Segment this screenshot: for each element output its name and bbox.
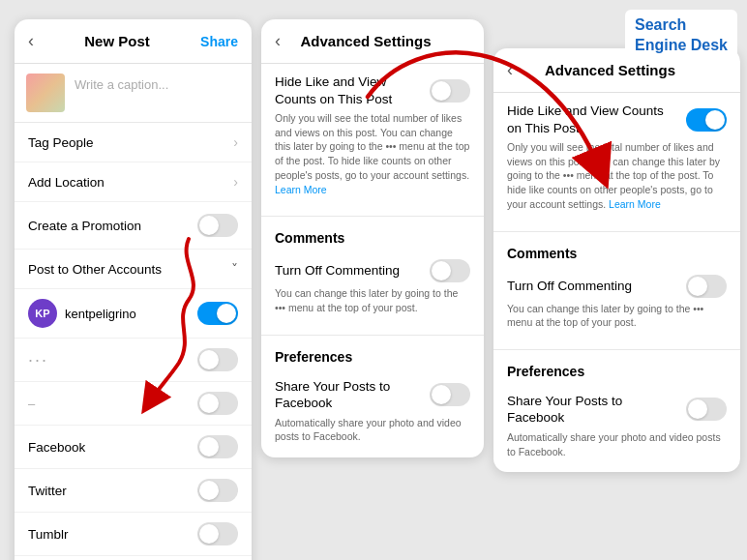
share-facebook-desc-right: Automatically share your photo and video… (507, 430, 727, 458)
panel1-header: ‹ New Post Share (15, 19, 252, 64)
username-label: kentpeligrino (65, 307, 136, 321)
share-facebook-desc: Automatically share your photo and video… (275, 416, 470, 444)
caption-area: Write a caption... (15, 64, 252, 123)
turn-off-commenting-section-right: Turn Off Commenting You can change this … (493, 265, 740, 343)
dash-toggle[interactable] (197, 392, 238, 415)
hide-like-section: Hide Like and View Counts on This Post O… (261, 64, 484, 210)
chevron-down-icon: ˅ (231, 261, 238, 277)
tumblr-toggle[interactable] (197, 522, 238, 545)
social-row-dash: – (15, 382, 252, 426)
back-button-p1[interactable]: ‹ (28, 31, 34, 51)
share-facebook-row-right: Share Your Posts to Facebook (507, 393, 727, 427)
hide-like-title: Hide Like and View Counts on This Post (275, 74, 430, 107)
watermark-line2: Engine Desk (635, 37, 728, 53)
commenting-title: Turn Off Commenting (275, 262, 430, 280)
chevron-right-icon2: › (233, 174, 238, 190)
comments-section-title-right: Comments (493, 238, 740, 265)
learn-more-link-right[interactable]: Learn More (609, 198, 661, 210)
share-facebook-toggle-right[interactable] (686, 398, 727, 421)
preferences-section-title-right: Preferences (493, 356, 740, 383)
commenting-title-right: Turn Off Commenting (507, 278, 686, 295)
dot1-toggle[interactable] (197, 348, 238, 371)
advanced-settings-panel-left: ‹ Advanced Settings Hide Like and View C… (261, 19, 484, 457)
facebook-row[interactable]: Facebook (15, 426, 252, 469)
panel2-title: Advanced Settings (300, 33, 431, 49)
new-post-panel: ‹ New Post Share Write a caption... Tag … (15, 19, 252, 560)
divider1 (261, 216, 484, 217)
commenting-desc: You can change this later by going to th… (275, 286, 470, 314)
preferences-section-title: Preferences (261, 341, 484, 368)
learn-more-link[interactable]: Learn More (275, 184, 327, 195)
turn-off-commenting-section: Turn Off Commenting You can change this … (261, 250, 484, 328)
advanced-settings-link[interactable]: Advanced Settings › (15, 556, 252, 560)
hide-like-row-right: Hide Like and View Counts on This Post (507, 103, 727, 136)
divider4 (493, 349, 740, 350)
facebook-toggle[interactable] (197, 435, 238, 458)
post-thumbnail (26, 74, 65, 112)
divider3 (493, 231, 740, 232)
social-row-dot1: ··· (15, 339, 252, 382)
twitter-toggle[interactable] (197, 479, 238, 502)
commenting-toggle-right[interactable] (686, 275, 727, 298)
panel1-title: New Post (84, 33, 150, 49)
commenting-row: Turn Off Commenting (275, 259, 470, 282)
share-facebook-section: Share Your Posts to Facebook Automatical… (261, 368, 484, 457)
avatar: KP (28, 299, 57, 328)
twitter-label: Twitter (28, 484, 67, 498)
advanced-settings-panel-right: ‹ Advanced Settings Hide Like and View C… (493, 48, 740, 472)
share-button[interactable]: Share (200, 34, 238, 49)
divider2 (261, 335, 484, 336)
hide-like-row: Hide Like and View Counts on This Post (275, 74, 470, 107)
post-other-row[interactable]: Post to Other Accounts ˅ (15, 250, 252, 289)
commenting-desc-right: You can change this later by going to th… (507, 302, 727, 330)
promotion-toggle[interactable] (197, 214, 238, 237)
twitter-row[interactable]: Twitter (15, 469, 252, 513)
hide-like-desc-right: Only you will see the total number of li… (507, 140, 727, 211)
tumblr-label: Tumblr (28, 527, 69, 542)
watermark-line1: Search (635, 16, 686, 33)
chevron-right-icon: › (233, 134, 238, 150)
hide-like-toggle-right[interactable] (686, 108, 727, 132)
share-facebook-section-right: Share Your Posts to Facebook Automatical… (493, 383, 740, 472)
commenting-row-right: Turn Off Commenting (507, 275, 727, 298)
account-info: KP kentpeligrino (28, 299, 136, 328)
panel3-title: Advanced Settings (545, 62, 675, 78)
comments-section-title: Comments (261, 222, 484, 250)
tumblr-row[interactable]: Tumblr (15, 513, 252, 556)
create-promotion-row[interactable]: Create a Promotion (15, 202, 252, 250)
caption-input[interactable]: Write a caption... (75, 74, 168, 92)
panel2-header: ‹ Advanced Settings (261, 19, 484, 64)
back-button-p2[interactable]: ‹ (275, 31, 281, 51)
watermark: Search Engine Desk (625, 10, 737, 62)
hide-like-desc: Only you will see the total number of li… (275, 111, 470, 196)
share-facebook-toggle-left[interactable] (430, 383, 470, 406)
account-row: KP kentpeligrino (15, 289, 252, 339)
facebook-label: Facebook (28, 440, 85, 455)
commenting-toggle-left[interactable] (430, 259, 470, 282)
hide-like-title-right: Hide Like and View Counts on This Post (507, 103, 686, 136)
add-location-row[interactable]: Add Location › (15, 162, 252, 202)
back-button-p3[interactable]: ‹ (507, 60, 513, 80)
hide-like-section-right: Hide Like and View Counts on This Post O… (493, 93, 740, 225)
share-facebook-row: Share Your Posts to Facebook (275, 378, 470, 412)
hide-like-toggle-left[interactable] (430, 79, 470, 103)
tag-people-row[interactable]: Tag People › (15, 123, 252, 162)
account-toggle[interactable] (197, 302, 238, 325)
share-facebook-title: Share Your Posts to Facebook (275, 378, 430, 412)
share-facebook-title-right: Share Your Posts to Facebook (507, 393, 686, 427)
